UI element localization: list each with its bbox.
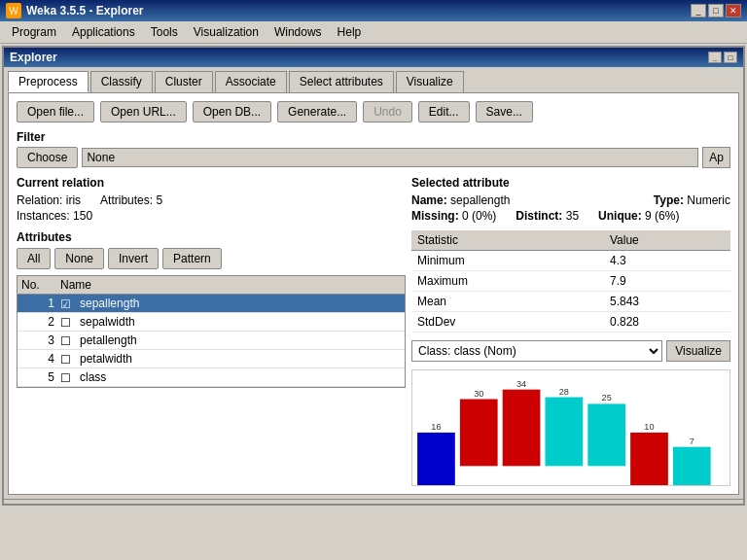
stats-row: Mean5.843: [411, 292, 730, 312]
tab-select-attributes[interactable]: Select attributes: [289, 71, 394, 92]
stat-value: 4.3: [604, 251, 730, 271]
choose-button[interactable]: Choose: [17, 147, 78, 168]
inner-window-title: Explorer: [10, 51, 57, 64]
instances-label: Instances: 150: [17, 209, 92, 223]
tab-associate[interactable]: Associate: [215, 71, 287, 92]
tab-bar: Preprocess Classify Cluster Associate Se…: [4, 67, 743, 92]
content-area: Open file... Open URL... Open DB... Gene…: [8, 92, 739, 495]
stats-row: Maximum7.9: [411, 271, 730, 292]
class-row: Class: class (Nom) Visualize: [411, 340, 730, 362]
attr-unique-label: Unique: 9 (6%): [598, 209, 679, 223]
none-button[interactable]: None: [54, 248, 104, 269]
open-db-button[interactable]: Open DB...: [193, 101, 271, 122]
app-icon: W: [6, 3, 21, 18]
stats-col-statistic: Statistic: [411, 230, 604, 251]
svg-text:10: 10: [644, 422, 654, 432]
relation-info: Relation: iris Attributes: 5 Instances: …: [17, 193, 406, 223]
stat-label: Maximum: [411, 271, 604, 292]
table-row[interactable]: 4 ☐ petalwidth: [18, 350, 405, 368]
stat-label: Mean: [411, 292, 604, 312]
histogram: 16 30 34 28 25: [411, 369, 730, 486]
attr-distinct-label: Distinct: 35: [516, 209, 579, 223]
close-button[interactable]: ✕: [726, 4, 741, 18]
stat-label: Minimum: [411, 251, 604, 271]
maximize-button[interactable]: □: [708, 4, 724, 18]
save-button[interactable]: Save...: [476, 101, 533, 122]
class-select[interactable]: Class: class (Nom): [411, 340, 662, 362]
menu-help[interactable]: Help: [330, 23, 370, 41]
svg-text:7: 7: [690, 437, 694, 446]
stats-table: Statistic Value Minimum4.3Maximum7.9Mean…: [411, 230, 730, 332]
pattern-button[interactable]: Pattern: [162, 248, 222, 269]
svg-rect-10: [630, 433, 668, 485]
svg-rect-2: [460, 400, 498, 467]
open-file-button[interactable]: Open file...: [17, 101, 94, 122]
menu-tools[interactable]: Tools: [143, 23, 186, 41]
svg-text:28: 28: [559, 387, 569, 397]
table-row[interactable]: 5 ☐ class: [18, 368, 405, 387]
inner-restore-button[interactable]: □: [724, 52, 737, 63]
right-panel: Selected attribute Name: sepallength Typ…: [411, 176, 730, 486]
attr-type-label: Type: Numeric: [654, 193, 730, 207]
table-row[interactable]: 3 ☐ petallength: [18, 332, 405, 350]
stat-value: 5.843: [604, 292, 730, 312]
status-bar: [4, 499, 743, 504]
generate-button[interactable]: Generate...: [277, 101, 357, 122]
attr-table-header: No. Name: [18, 276, 405, 295]
stats-row: Minimum4.3: [411, 251, 730, 271]
attr-missing-label: Missing: 0 (0%): [411, 209, 496, 223]
stat-value: 7.9: [604, 271, 730, 292]
tab-classify[interactable]: Classify: [90, 71, 153, 92]
svg-rect-8: [587, 403, 625, 466]
window-title: Weka 3.5.5 - Explorer: [26, 4, 144, 18]
attributes-section: Attributes All None Invert Pattern No. N…: [17, 230, 406, 388]
svg-text:25: 25: [602, 394, 612, 403]
tab-preprocess[interactable]: Preprocess: [8, 71, 89, 92]
minimize-button[interactable]: _: [691, 4, 706, 18]
attributes-table: No. Name 1 ☑ sepallength 2 ☐ sepalwidth: [17, 275, 406, 388]
current-relation-title: Current relation: [17, 176, 406, 190]
menu-applications[interactable]: Applications: [64, 23, 143, 41]
table-row[interactable]: 2 ☐ sepalwidth: [18, 313, 405, 332]
menu-bar: Program Applications Tools Visualization…: [0, 21, 747, 44]
selected-attribute-title: Selected attribute: [411, 176, 730, 190]
filter-section: Filter Choose Ap: [17, 130, 730, 168]
title-bar: W Weka 3.5.5 - Explorer _ □ ✕: [0, 0, 747, 21]
table-row[interactable]: 1 ☑ sepallength: [18, 295, 405, 313]
svg-text:16: 16: [431, 422, 441, 432]
svg-rect-0: [417, 433, 455, 485]
histogram-svg: 16 30 34 28 25: [412, 370, 729, 485]
svg-text:30: 30: [474, 389, 483, 399]
edit-button[interactable]: Edit...: [418, 101, 470, 122]
col-no-header: No.: [21, 278, 60, 292]
stats-row: StdDev0.828: [411, 312, 730, 332]
relation-label: Relation: iris: [17, 193, 81, 207]
svg-rect-6: [546, 398, 584, 467]
undo-button[interactable]: Undo: [363, 101, 412, 122]
open-url-button[interactable]: Open URL...: [100, 101, 187, 122]
filter-label: Filter: [17, 130, 730, 144]
tab-cluster[interactable]: Cluster: [155, 71, 213, 92]
all-button[interactable]: All: [17, 248, 51, 269]
filter-value-input[interactable]: [82, 148, 698, 167]
tab-visualize[interactable]: Visualize: [396, 71, 464, 92]
invert-button[interactable]: Invert: [108, 248, 159, 269]
svg-text:34: 34: [516, 379, 526, 389]
selected-attribute-info: Name: sepallength Type: Numeric Missing:…: [411, 193, 730, 223]
menu-program[interactable]: Program: [4, 23, 64, 41]
left-panel: Current relation Relation: iris Attribut…: [17, 176, 406, 486]
menu-windows[interactable]: Windows: [267, 23, 330, 41]
stat-value: 0.828: [604, 312, 730, 332]
visualize-button[interactable]: Visualize: [666, 340, 730, 362]
stats-col-value: Value: [604, 230, 730, 251]
apply-button[interactable]: Ap: [702, 147, 730, 168]
svg-rect-12: [673, 447, 711, 485]
attributes-label: Attributes: 5: [100, 193, 162, 207]
toolbar-row: Open file... Open URL... Open DB... Gene…: [17, 101, 730, 122]
inner-title-bar: Explorer _ □: [4, 48, 743, 67]
inner-minimize-button[interactable]: _: [708, 52, 722, 63]
attributes-title: Attributes: [17, 230, 406, 244]
window-controls: _ □ ✕: [691, 4, 741, 18]
menu-visualization[interactable]: Visualization: [186, 23, 267, 41]
stat-label: StdDev: [411, 312, 604, 332]
